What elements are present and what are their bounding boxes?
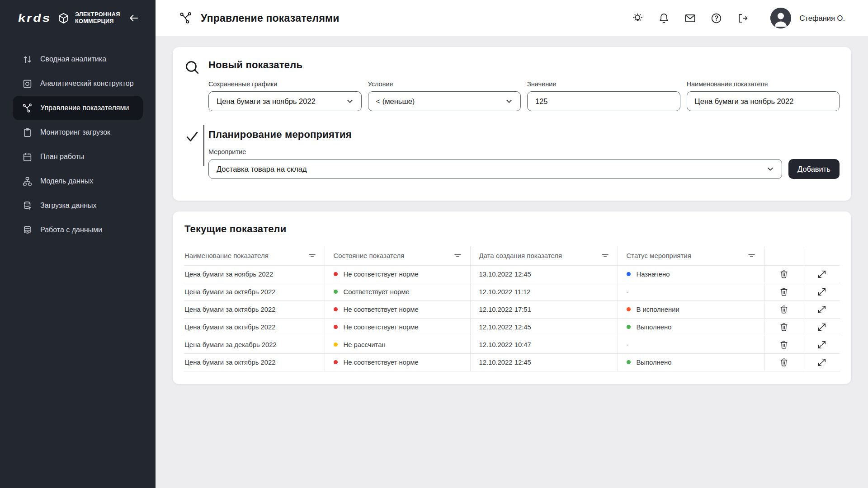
saved-charts-select[interactable]: Цена бумаги за ноябрь 2022	[208, 91, 362, 111]
expand-row-button[interactable]	[816, 339, 828, 351]
sidebar-item-work-plan[interactable]: План работы	[0, 145, 156, 169]
indicators-table: Наименование показателя Состояние показа…	[184, 246, 840, 371]
chevron-down-icon	[504, 96, 514, 106]
table-row: Цена бумаги за декабрь 2022 Не рассчитан…	[184, 336, 840, 353]
actions-column-header	[764, 246, 804, 265]
sidebar-item-analytic-constructor[interactable]: Аналитический конструктор	[0, 71, 156, 96]
current-indicators-card: Текущие показатели Наименование показате…	[173, 211, 851, 384]
logout-icon[interactable]	[736, 12, 749, 24]
expand-row-button[interactable]	[816, 304, 828, 315]
bell-icon[interactable]	[658, 12, 670, 24]
sidebar-logo-row: krds ЭЛЕКТРОННАЯКОММЕРЦИЯ	[0, 0, 156, 36]
add-button[interactable]: Добавить	[788, 159, 840, 179]
condition-label: Условие	[368, 80, 521, 88]
sidebar-item-download-monitoring[interactable]: Мониторинг загрузок	[0, 120, 156, 145]
indicator-date: 12.10.2022 12:45	[479, 324, 531, 331]
sidebar-item-label: Загрузка данных	[40, 202, 97, 210]
event-status: Выполнено	[637, 324, 672, 331]
sidebar-item-summary-analytics[interactable]: Сводная аналитика	[0, 47, 156, 71]
sidebar-item-label: Модель данных	[40, 177, 93, 185]
filter-icon[interactable]	[747, 251, 756, 260]
header-actions	[632, 12, 749, 24]
arrows-up-down-icon	[22, 54, 33, 65]
sidebar-item-label: Управление показателями	[40, 104, 129, 112]
table-row: Цена бумаги за октябрь 2022 Не соответст…	[184, 353, 840, 371]
lightbulb-icon[interactable]	[632, 12, 644, 24]
app-window: krds ЭЛЕКТРОННАЯКОММЕРЦИЯ Сводная аналит…	[0, 0, 868, 488]
sidebar-item-data-work[interactable]: SQL Работа с данными	[0, 218, 156, 242]
indicator-state: Не соответствует норме	[344, 324, 419, 331]
sidebar: krds ЭЛЕКТРОННАЯКОММЕРЦИЯ Сводная аналит…	[0, 0, 156, 488]
state-dot	[334, 272, 338, 276]
indicator-name: Цена бумаги за октябрь 2022	[184, 288, 275, 296]
indicator-date: 12.10.2022 12:45	[479, 359, 531, 366]
status-dot	[627, 307, 631, 311]
calendar-icon	[22, 151, 33, 162]
expand-row-button[interactable]	[816, 286, 828, 298]
database-sql-icon: SQL	[22, 225, 33, 235]
org-chart-icon	[22, 176, 33, 187]
value-input[interactable]	[527, 91, 680, 111]
event-status: -	[627, 288, 629, 296]
check-icon	[184, 129, 208, 179]
page-title: Управление показателями	[201, 12, 340, 24]
mail-icon[interactable]	[684, 12, 696, 24]
user-name: Стефания О.	[800, 14, 845, 23]
event-select[interactable]: Доставка товара на склад	[208, 159, 782, 179]
indicator-state: Соответствует норме	[344, 288, 410, 296]
indicator-date: 12.10.2022 17:51	[479, 306, 531, 313]
expand-row-button[interactable]	[816, 268, 828, 280]
step-connector-line	[203, 125, 204, 166]
svg-text:SQL: SQL	[24, 230, 30, 233]
expand-row-button[interactable]	[816, 321, 828, 333]
sidebar-item-indicator-management[interactable]: Управление показателями	[13, 96, 143, 120]
nodes-icon	[179, 11, 193, 25]
sidebar-menu: Сводная аналитика Аналитический конструк…	[0, 36, 156, 242]
delete-row-button[interactable]	[778, 304, 790, 315]
sidebar-item-label: План работы	[40, 153, 84, 161]
filter-icon[interactable]	[600, 251, 610, 260]
sidebar-item-data-upload[interactable]: Загрузка данных	[0, 193, 156, 218]
table-header-row: Наименование показателя Состояние показа…	[184, 246, 840, 265]
actions-column-header	[804, 246, 840, 265]
state-dot	[334, 360, 338, 364]
user-menu[interactable]: Стефания О.	[770, 8, 845, 28]
clipboard-icon	[22, 127, 33, 138]
table-row: Цена бумаги за октябрь 2022 Не соответст…	[184, 318, 840, 336]
collapse-sidebar-button[interactable]	[128, 13, 139, 23]
search-icon	[184, 59, 208, 111]
indicator-name-input[interactable]	[687, 91, 840, 111]
table-row: Цена бумаги за октябрь 2022 Не соответст…	[184, 300, 840, 318]
column-header: Дата создания показателя	[479, 252, 562, 259]
sidebar-item-data-model[interactable]: Модель данных	[0, 169, 156, 193]
main-column: Управление показателями	[156, 0, 868, 488]
delete-row-button[interactable]	[778, 286, 790, 298]
event-label: Меропритие	[208, 148, 840, 155]
indicator-state: Не соответствует норме	[344, 359, 419, 366]
help-icon[interactable]	[710, 12, 722, 24]
table-row: Цена бумаги за ноябрь 2022 Не соответств…	[184, 265, 840, 283]
delete-row-button[interactable]	[778, 268, 790, 280]
header: Управление показателями	[156, 0, 868, 36]
sidebar-item-label: Аналитический конструктор	[40, 80, 134, 88]
sidebar-item-label: Работа с данными	[40, 226, 102, 234]
delete-row-button[interactable]	[778, 357, 790, 368]
delete-row-button[interactable]	[778, 321, 790, 333]
section-title: Новый показатель	[208, 59, 840, 71]
delete-row-button[interactable]	[778, 339, 790, 351]
expand-row-button[interactable]	[816, 357, 828, 368]
indicator-name: Цена бумаги за октябрь 2022	[184, 359, 275, 366]
database-upload-icon	[22, 200, 33, 211]
cube-logo-icon	[57, 12, 70, 24]
chevron-down-icon	[765, 164, 775, 174]
state-dot	[334, 325, 338, 329]
indicator-name-label: Наименование показателя	[687, 80, 840, 88]
value-label: Значение	[527, 80, 680, 88]
filter-icon[interactable]	[453, 251, 462, 260]
condition-select[interactable]: < (меньше)	[368, 91, 521, 111]
brand-name: ЭЛЕКТРОННАЯКОММЕРЦИЯ	[75, 11, 120, 25]
avatar	[770, 8, 791, 28]
indicator-name: Цена бумаги за ноябрь 2022	[184, 271, 273, 278]
new-indicator-section: Новый показатель Сохраненные графики Цен…	[184, 59, 840, 111]
filter-icon[interactable]	[307, 251, 317, 260]
